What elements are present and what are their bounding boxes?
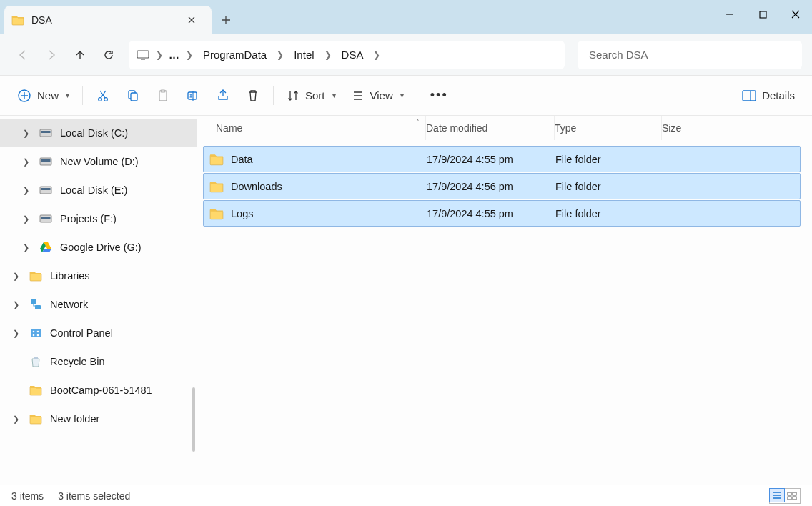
column-type[interactable]: Type	[555, 116, 662, 140]
svg-rect-3	[137, 51, 149, 58]
chevron-down-icon: ▾	[400, 91, 404, 99]
svg-rect-10	[161, 90, 165, 92]
rename-button[interactable]	[179, 83, 207, 109]
file-row[interactable]: Downloads17/9/2024 4:56 pmFile folder	[203, 173, 801, 199]
view-button[interactable]: View ▾	[345, 83, 411, 109]
tree-item[interactable]: ❯Control Panel	[0, 319, 197, 347]
breadcrumb[interactable]: Intel	[289, 47, 318, 62]
file-name: Logs	[231, 208, 253, 219]
search-placeholder: Search DSA	[589, 49, 648, 61]
breadcrumb-ellipsis[interactable]: …	[169, 49, 180, 61]
tab-bar: DSA	[0, 0, 812, 34]
file-row[interactable]: Data17/9/2024 4:55 pmFile folder	[203, 146, 801, 172]
nav-tree[interactable]: ❯Local Disk (C:)❯New Volume (D:)❯Local D…	[0, 116, 197, 485]
expand-chevron-icon[interactable]: ❯	[23, 186, 31, 195]
chevron-right-icon[interactable]: ❯	[274, 50, 287, 60]
expand-chevron-icon[interactable]: ❯	[23, 243, 31, 252]
column-date[interactable]: Date modified	[426, 116, 555, 140]
file-type: File folder	[555, 208, 663, 219]
chevron-right-icon[interactable]: ❯	[370, 50, 383, 60]
tree-item[interactable]: ❯Local Disk (C:)	[0, 119, 197, 147]
tree-item[interactable]: Recycle Bin	[0, 347, 197, 376]
close-window-button[interactable]	[779, 0, 812, 29]
expand-chevron-icon[interactable]: ❯	[23, 214, 31, 224]
paste-button[interactable]	[149, 83, 177, 109]
tab-close-button[interactable]	[182, 10, 202, 30]
chevron-right-icon[interactable]: ❯	[153, 50, 166, 60]
file-name: Downloads	[231, 181, 282, 192]
column-name-label: Name	[216, 122, 242, 134]
item-count: 3 items	[11, 490, 44, 502]
file-row[interactable]: Logs17/9/2024 4:55 pmFile folder	[203, 200, 801, 227]
tree-item[interactable]: ❯Libraries	[0, 262, 197, 290]
delete-icon	[246, 89, 260, 103]
tree-item-label: Libraries	[50, 270, 90, 282]
tab-current[interactable]: DSA	[4, 6, 212, 34]
address-bar[interactable]: ❯ … ❯ ProgramData ❯ Intel ❯ DSA ❯	[129, 41, 565, 69]
file-list: Name˄ Date modified Type Size Data17/9/2…	[197, 116, 812, 485]
chevron-down-icon: ▾	[66, 91, 69, 99]
sort-indicator-icon: ˄	[416, 119, 420, 126]
forward-button[interactable]	[39, 42, 64, 68]
tree-item[interactable]: ❯New folder	[0, 405, 197, 433]
tree-item[interactable]: ❯Network	[0, 290, 197, 319]
details-pane-button[interactable]: Details	[735, 83, 802, 109]
search-input[interactable]: Search DSA	[578, 41, 802, 69]
file-date: 17/9/2024 4:56 pm	[427, 181, 555, 192]
expand-chevron-icon[interactable]: ❯	[13, 329, 21, 338]
details-view-button[interactable]	[769, 488, 785, 502]
share-button[interactable]	[209, 83, 237, 109]
expand-chevron-icon[interactable]: ❯	[23, 129, 31, 138]
scrollbar-thumb[interactable]	[192, 387, 195, 452]
cpanel-icon	[29, 327, 43, 339]
svg-rect-11	[188, 92, 197, 99]
sort-button[interactable]: Sort ▾	[279, 83, 343, 109]
file-name: Data	[231, 154, 253, 165]
expand-chevron-icon[interactable]: ❯	[23, 157, 31, 167]
back-button[interactable]	[10, 42, 36, 68]
tree-item[interactable]: ❯Local Disk (E:)	[0, 176, 197, 204]
breadcrumb[interactable]: DSA	[337, 47, 368, 62]
column-type-label: Type	[555, 122, 576, 134]
expand-chevron-icon[interactable]: ❯	[13, 300, 21, 309]
rename-icon	[186, 89, 200, 103]
nav-bar: ❯ … ❯ ProgramData ❯ Intel ❯ DSA ❯ Search…	[0, 34, 812, 76]
svg-rect-2	[760, 11, 766, 18]
svg-rect-15	[31, 329, 41, 337]
expand-chevron-icon[interactable]: ❯	[13, 272, 21, 281]
folder-icon	[209, 179, 224, 194]
tree-item[interactable]: ❯Projects (F:)	[0, 204, 197, 233]
sort-icon	[287, 89, 299, 102]
new-tab-button[interactable]	[212, 6, 240, 34]
svg-point-6	[104, 97, 108, 101]
delete-button[interactable]	[239, 83, 267, 109]
view-label: View	[370, 89, 393, 101]
maximize-button[interactable]	[746, 0, 779, 29]
thumbnails-view-button[interactable]	[784, 489, 800, 503]
minimize-button[interactable]	[713, 0, 746, 29]
expand-chevron-icon[interactable]: ❯	[13, 415, 21, 424]
folder-icon	[29, 269, 43, 282]
new-button[interactable]: New ▾	[10, 83, 76, 109]
recycle-icon	[29, 355, 43, 368]
chevron-right-icon[interactable]: ❯	[322, 50, 335, 60]
svg-rect-12	[743, 91, 756, 101]
tree-item-label: Control Panel	[50, 327, 113, 339]
breadcrumb[interactable]: ProgramData	[199, 47, 271, 62]
column-name[interactable]: Name˄	[203, 116, 426, 140]
details-label: Details	[762, 89, 795, 101]
cut-button[interactable]	[89, 83, 117, 109]
copy-button[interactable]	[119, 83, 147, 109]
more-button[interactable]: •••	[423, 83, 455, 109]
chevron-right-icon[interactable]: ❯	[183, 50, 196, 60]
tree-item-label: Google Drive (G:)	[60, 242, 142, 253]
tree-item[interactable]: ❯Google Drive (G:)	[0, 233, 197, 262]
tree-item[interactable]: BootCamp-061-51481	[0, 376, 197, 405]
tree-item[interactable]: ❯New Volume (D:)	[0, 147, 197, 176]
up-button[interactable]	[67, 42, 93, 68]
svg-rect-8	[131, 93, 137, 101]
refresh-button[interactable]	[96, 42, 122, 68]
column-size[interactable]: Size	[662, 116, 726, 140]
folder-icon	[209, 152, 224, 167]
column-size-label: Size	[662, 122, 681, 134]
